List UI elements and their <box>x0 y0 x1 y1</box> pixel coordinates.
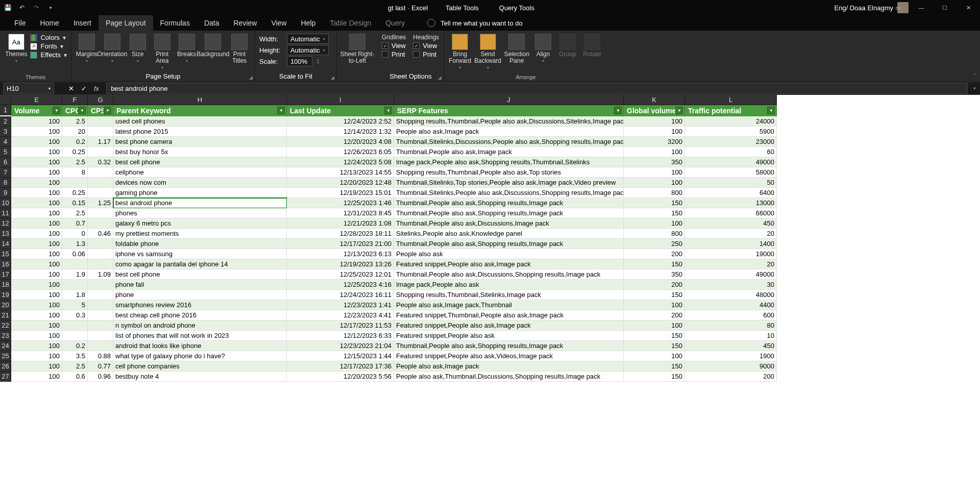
cell[interactable] <box>88 147 113 157</box>
cell[interactable]: 0 <box>62 229 88 239</box>
cell[interactable]: 0.15 <box>62 198 88 208</box>
cell[interactable]: Thumbnail,Sitelinks,Discussions,People a… <box>394 137 624 147</box>
cell[interactable]: Featured snippet,People also ask <box>394 331 624 341</box>
cell[interactable]: 12/26/2023 6:05 <box>287 147 394 157</box>
customize-qat-icon[interactable]: ▾ <box>46 3 55 12</box>
cell[interactable]: como apagar la pantalla del iphone 14 <box>113 259 287 269</box>
cell[interactable]: 2.5 <box>62 116 88 127</box>
cell[interactable]: 2.5 <box>62 157 88 167</box>
cell[interactable]: 100 <box>11 320 62 331</box>
cell[interactable]: 150 <box>624 372 685 382</box>
send-backward-button[interactable]: Send Backward▾ <box>474 33 502 71</box>
row-header-13[interactable]: 13 <box>0 229 11 239</box>
cell[interactable]: 100 <box>11 341 62 351</box>
cell[interactable]: 23000 <box>685 137 777 147</box>
cell[interactable]: 0.25 <box>62 188 88 198</box>
tab-data[interactable]: Data <box>197 15 227 31</box>
table-header-cps[interactable]: CPS▾ <box>88 105 113 116</box>
cell[interactable]: gaming phone <box>113 188 287 198</box>
cell[interactable]: my prettiest moments <box>113 229 287 239</box>
row-header-17[interactable]: 17 <box>0 269 11 280</box>
cell[interactable]: 1.17 <box>88 137 113 147</box>
cell[interactable]: 100 <box>11 208 62 218</box>
cell[interactable]: best cheap cell phone 2016 <box>113 310 287 320</box>
cell[interactable]: 1400 <box>685 239 777 249</box>
cell[interactable]: 150 <box>624 208 685 218</box>
cell[interactable] <box>88 116 113 127</box>
cell[interactable]: android that looks like iphone <box>113 341 287 351</box>
cell[interactable]: 100 <box>11 331 62 341</box>
row-header-3[interactable]: 3 <box>0 127 11 137</box>
cell[interactable]: Thumbnail,People also ask,Shopping resul… <box>394 239 624 249</box>
cell[interactable]: People also ask,Image pack <box>394 361 624 372</box>
table-header-parent-keyword[interactable]: Parent Keyword▾ <box>113 105 287 116</box>
cell[interactable] <box>88 208 113 218</box>
page-setup-launcher-icon[interactable]: ◢ <box>249 75 253 80</box>
cell[interactable]: 12/24/2023 2:52 <box>287 116 394 127</box>
cell[interactable] <box>88 280 113 290</box>
cell[interactable]: 12/23/2023 21:04 <box>287 341 394 351</box>
cell[interactable]: 100 <box>11 229 62 239</box>
headings-print-checkbox[interactable]: Print <box>413 51 439 58</box>
fx-icon[interactable]: fx <box>94 85 99 92</box>
cell[interactable]: 12/20/2023 4:08 <box>287 137 394 147</box>
cell[interactable]: 3.5 <box>62 351 88 361</box>
cell[interactable]: 100 <box>624 178 685 188</box>
cell[interactable]: 0.32 <box>88 157 113 167</box>
row-header-21[interactable]: 21 <box>0 310 11 320</box>
headings-view-checkbox[interactable]: ✓View <box>413 42 439 50</box>
width-combo[interactable]: Automatic▾ <box>287 34 329 44</box>
filter-icon[interactable]: ▾ <box>767 107 775 114</box>
filter-icon[interactable]: ▾ <box>277 107 285 114</box>
margins-button[interactable]: Margins▾ <box>76 33 98 64</box>
cell[interactable]: Shopping results,Thumbnail,People also a… <box>394 167 624 178</box>
cell[interactable]: 12/14/2023 1:32 <box>287 127 394 137</box>
cell[interactable] <box>88 259 113 269</box>
cell[interactable]: 2.5 <box>62 208 88 218</box>
row-header-5[interactable]: 5 <box>0 147 11 157</box>
cell[interactable] <box>88 341 113 351</box>
cell[interactable]: best buy honor 5x <box>113 147 287 157</box>
colors-button[interactable]: Colors ▾ <box>30 34 67 41</box>
row-header-1[interactable]: 1 <box>0 105 11 115</box>
cell[interactable]: 100 <box>11 361 62 372</box>
effects-button[interactable]: Effects ▾ <box>30 51 67 59</box>
cell[interactable]: Thumbnail,People also ask,Shopping resul… <box>394 208 624 218</box>
cell[interactable]: 12/12/2023 6:33 <box>287 331 394 341</box>
cell[interactable]: 800 <box>624 229 685 239</box>
cell[interactable]: 12/23/2023 1:41 <box>287 300 394 310</box>
tab-table-design[interactable]: Table Design <box>323 15 378 31</box>
cell[interactable]: 0.25 <box>62 147 88 157</box>
cell[interactable]: 100 <box>11 300 62 310</box>
cell[interactable]: 100 <box>11 269 62 280</box>
cell[interactable]: 30 <box>685 280 777 290</box>
cell[interactable]: Shopping results,Thumbnail,People also a… <box>394 116 624 127</box>
cell[interactable]: 5900 <box>685 127 777 137</box>
cell[interactable]: People also ask <box>394 249 624 259</box>
redo-icon[interactable]: ↷ <box>32 3 41 12</box>
row-header-15[interactable]: 15 <box>0 249 11 259</box>
cell[interactable]: 12/15/2023 1:44 <box>287 351 394 361</box>
cell[interactable]: 9000 <box>685 361 777 372</box>
cell[interactable]: 50 <box>685 178 777 188</box>
row-header-26[interactable]: 26 <box>0 361 11 372</box>
cell[interactable]: devices now com <box>113 178 287 188</box>
cell[interactable] <box>62 259 88 269</box>
filter-icon[interactable]: ▾ <box>675 107 683 114</box>
cell[interactable]: 350 <box>624 269 685 280</box>
column-header-G[interactable]: G <box>88 95 113 105</box>
cell[interactable]: 100 <box>11 372 62 382</box>
cell[interactable]: phone fall <box>113 280 287 290</box>
cell[interactable]: Thumbnail,People also ask,Discussions,Im… <box>394 218 624 229</box>
cell[interactable] <box>88 300 113 310</box>
cell[interactable]: 0.96 <box>88 372 113 382</box>
cell[interactable]: Featured snippet,Thumbnail,People also a… <box>394 310 624 320</box>
sheet-rtl-button[interactable]: Sheet Right- to-Left <box>341 33 374 65</box>
cell[interactable]: 350 <box>624 157 685 167</box>
cancel-formula-icon[interactable]: ✕ <box>68 85 74 92</box>
table-header-global-volume[interactable]: Global volume▾ <box>624 105 685 116</box>
cell[interactable]: 100 <box>11 351 62 361</box>
cell[interactable]: Shopping results,Thumbnail,Sitelinks,Ima… <box>394 290 624 300</box>
cell[interactable]: 12/20/2023 5:56 <box>287 372 394 382</box>
cell[interactable]: 200 <box>685 372 777 382</box>
